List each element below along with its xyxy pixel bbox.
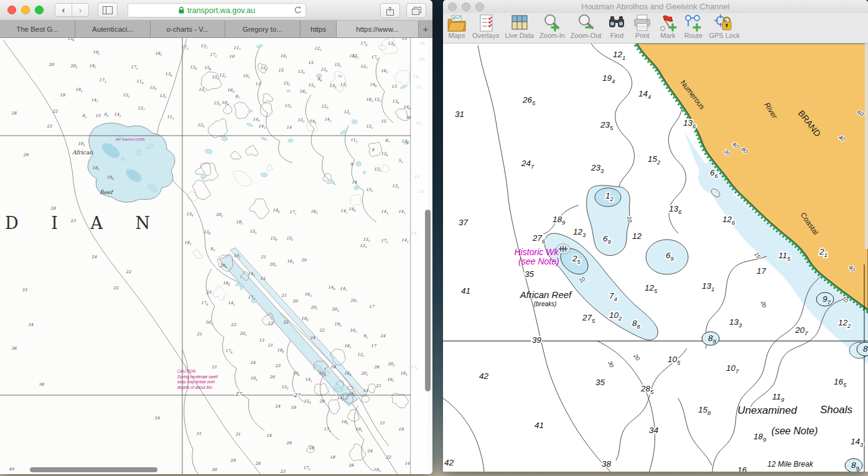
back-button[interactable]: ‹	[55, 4, 72, 16]
browser-tab-4[interactable]: Gregory to...	[225, 21, 301, 37]
address-bar[interactable]: transport.wa.gov.au	[128, 3, 306, 17]
svg-text:38: 38	[39, 382, 44, 387]
svg-text:24: 24	[266, 433, 272, 438]
toolbar-item-print[interactable]: Print	[632, 14, 652, 39]
svg-text:20: 20	[301, 258, 307, 263]
svg-text:22: 22	[283, 320, 289, 325]
tabs-icon	[412, 7, 421, 15]
browser-tab-1[interactable]: The Best G...	[0, 21, 75, 37]
route-icon	[683, 14, 703, 32]
svg-text:During moderate swell: During moderate swell	[177, 375, 218, 380]
svg-text:35: 35	[595, 378, 605, 387]
share-button[interactable]	[380, 3, 400, 18]
vertical-scrollbar[interactable]	[425, 210, 431, 391]
browser-tab-6[interactable]: https://www...	[337, 21, 419, 37]
african-reef-label: African Reef	[520, 289, 572, 300]
svg-text:21: 21	[281, 293, 286, 298]
zoom-in-icon	[542, 14, 562, 32]
zoom-out-icon	[576, 14, 596, 32]
svg-text:10: 10	[626, 216, 633, 223]
browser-tab-3[interactable]: o-charts - V...	[151, 21, 225, 37]
svg-text:22: 22	[231, 322, 236, 327]
svg-text:37: 37	[459, 218, 469, 227]
svg-text:14: 14	[352, 180, 357, 185]
svg-text:15: 15	[95, 113, 101, 118]
svg-text:23: 23	[275, 363, 281, 368]
svg-text:35: 35	[525, 269, 534, 279]
svg-text:depths of about 8m.: depths of about 8m.	[177, 385, 213, 390]
toolbar-item-zoom-in[interactable]: Zoom-In	[539, 14, 565, 39]
macenc-window: Houtman Abrolhos and Geelvink Channel Ma…	[443, 0, 868, 472]
svg-text:34: 34	[649, 426, 658, 435]
svg-text:28: 28	[50, 206, 56, 211]
mark-icon	[658, 14, 678, 32]
safari-toolbar: ‹ › transport.wa.gov.au	[0, 0, 432, 21]
svg-text:24: 24	[250, 360, 256, 365]
svg-text:CAUTION: CAUTION	[177, 369, 196, 373]
close-button[interactable]	[7, 6, 16, 14]
svg-text:26: 26	[374, 365, 380, 370]
sidebar-button[interactable]	[98, 2, 118, 17]
svg-text:22: 22	[126, 269, 131, 274]
horizontal-scrollbar[interactable]	[30, 467, 157, 472]
historic-wreck-label: Historic Wk	[515, 247, 559, 257]
svg-text:29: 29	[23, 152, 29, 157]
overlays-icon	[476, 14, 496, 32]
toolbar-item-live-data[interactable]: Live Data	[505, 14, 533, 39]
svg-text:29: 29	[230, 458, 236, 463]
toolbar-item-route[interactable]: Route	[683, 14, 703, 39]
browser-tab-2[interactable]: Autenticaci...	[75, 21, 151, 37]
new-tab-button[interactable]: +	[419, 21, 432, 37]
svg-text:14: 14	[363, 388, 368, 393]
reload-icon[interactable]	[294, 6, 302, 14]
svg-text:28: 28	[11, 111, 17, 116]
tab-overview-button[interactable]	[406, 3, 426, 18]
breaks-label: (breaks)	[534, 301, 557, 307]
toolbar-item-maps[interactable]: Maps	[447, 14, 467, 39]
maps-icon	[447, 14, 467, 32]
lock-icon	[179, 7, 184, 14]
forward-button[interactable]: ›	[72, 4, 88, 16]
wreck-label: MV Starford (1938)	[116, 138, 145, 141]
twelve-mile-break-label: 12 Mile Break	[767, 460, 813, 469]
shoals-label: Shoals	[820, 404, 852, 416]
toolbar-item-overlays[interactable]: Overlays	[472, 14, 499, 39]
svg-text:21: 21	[268, 343, 273, 348]
svg-text:14: 14	[286, 125, 292, 130]
browser-tab-5[interactable]: https	[301, 21, 337, 37]
toolbar-item-zoom-out[interactable]: Zoom-Out	[571, 14, 602, 39]
svg-text:21: 21	[376, 383, 381, 388]
live-data-icon	[510, 14, 530, 32]
svg-text:40: 40	[9, 467, 14, 472]
svg-text:36: 36	[11, 346, 17, 351]
svg-text:21: 21	[380, 421, 385, 426]
svg-text:23: 23	[280, 469, 286, 474]
svg-text:27: 27	[294, 393, 301, 398]
svg-text:24: 24	[367, 449, 373, 454]
svg-text:22: 22	[52, 109, 58, 114]
chart-scrollbar[interactable]	[865, 44, 868, 249]
svg-text:25: 25	[113, 286, 119, 291]
svg-text:34: 34	[28, 322, 34, 327]
minimize-button[interactable]	[21, 6, 30, 14]
svg-text:20: 20	[292, 299, 298, 304]
macenc-toolbar: MapsOverlaysLive DataZoom-InZoom-OutFind…	[443, 13, 868, 44]
toolbar-item-find[interactable]: Find	[607, 14, 627, 39]
svg-text:28: 28	[286, 441, 292, 446]
find-icon	[607, 14, 627, 32]
scanned-nautical-chart: 1361921811731321722020219117412615613615…	[0, 38, 432, 474]
african-label: African	[72, 149, 93, 156]
vector-chart-view[interactable]: 1211941442653123513624723315266121363718…	[443, 44, 868, 472]
see-note-label: (see Note)	[772, 426, 818, 436]
svg-text:17: 17	[757, 266, 767, 276]
historic-wreck-note: (see Note)	[518, 256, 559, 266]
svg-text:31: 31	[455, 110, 464, 119]
window-title: Houtman Abrolhos and Geelvink Channel	[443, 2, 868, 11]
toolbar-item-mark[interactable]: Mark	[658, 14, 678, 39]
svg-text:19: 19	[291, 405, 296, 410]
svg-text:13: 13	[268, 321, 273, 326]
svg-text:21: 21	[197, 332, 202, 337]
sidebar-icon	[103, 6, 113, 14]
zoom-button[interactable]	[35, 6, 44, 14]
toolbar-item-gps-lock[interactable]: GPS Lock	[709, 14, 740, 39]
